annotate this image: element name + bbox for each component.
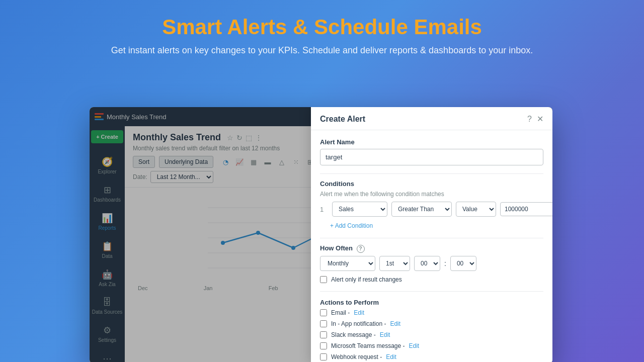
action-row-teams: Microsoft Teams message - Edit	[320, 342, 543, 349]
dialog-body: Alert Name Conditions Alert me when the …	[311, 130, 552, 362]
dialog-header: Create Alert ? ✕	[311, 126, 552, 130]
actions-label: Actions to Perform	[320, 299, 543, 306]
condition-number: 1	[320, 206, 328, 213]
alert-name-input[interactable]	[320, 149, 543, 165]
webhook-label: Webhook request -	[331, 353, 382, 360]
condition-row-1: 1 Sales Revenue Profit Greater Than Less…	[320, 202, 543, 217]
how-often-hour-select[interactable]: 00 01 06 12 18	[414, 256, 440, 271]
in-app-label: In - App notification -	[331, 320, 386, 327]
add-condition-link[interactable]: + Add Condition	[330, 222, 373, 229]
email-label: Email -	[331, 309, 350, 316]
hero-title: Smart Alerts & Schedule Emails	[10, 15, 634, 39]
how-often-day-select[interactable]: 1st 2nd 3rd Last	[379, 256, 410, 271]
alert-name-label: Alert Name	[320, 138, 543, 146]
how-often-frequency-select[interactable]: Monthly Daily Weekly Hourly	[320, 256, 375, 271]
conditions-label: Conditions	[320, 180, 543, 188]
app-body: + Create 🧭 Explorer ⊞ Dashboards 📊 Repor…	[90, 126, 552, 362]
app-window: Monthly Sales Trend 🔍 📅 💬 ❓ × + Create 🧭…	[90, 107, 552, 362]
time-colon: :	[444, 259, 446, 267]
slack-checkbox[interactable]	[320, 331, 327, 338]
actions-group: Actions to Perform Email - Edit In - App…	[320, 299, 543, 360]
alert-only-checkbox[interactable]	[320, 276, 327, 283]
dialog-overlay: Create Alert ? ✕ Alert Name	[90, 126, 552, 362]
slack-edit-link[interactable]: Edit	[380, 331, 390, 338]
conditions-sublabel: Alert me when the following condition ma…	[320, 191, 543, 198]
webhook-edit-link[interactable]: Edit	[386, 353, 396, 360]
divider-1	[320, 173, 543, 174]
divider-3	[320, 291, 543, 292]
in-app-edit-link[interactable]: Edit	[390, 320, 400, 327]
condition-type-select[interactable]: Value Percent	[456, 202, 496, 217]
action-row-in-app: In - App notification - Edit	[320, 320, 543, 327]
hero-subtitle: Get instant alerts on key changes to you…	[10, 45, 634, 56]
action-row-slack: Slack message - Edit	[320, 331, 543, 338]
teams-edit-link[interactable]: Edit	[409, 342, 420, 349]
condition-metric-select[interactable]: Sales Revenue Profit	[332, 202, 387, 217]
create-alert-dialog: Create Alert ? ✕ Alert Name	[311, 126, 552, 362]
action-row-webhook: Webhook request - Edit	[320, 353, 543, 360]
how-often-label: How Often ?	[320, 244, 543, 253]
email-checkbox[interactable]	[320, 309, 327, 316]
divider-2	[320, 238, 543, 238]
how-often-group: How Often ? Monthly Daily Weekly Hourly	[320, 244, 543, 283]
alert-name-group: Alert Name	[320, 138, 543, 165]
how-often-minute-select[interactable]: 00 15 30 45	[450, 256, 476, 271]
how-often-help-icon[interactable]: ?	[357, 245, 365, 253]
in-app-checkbox[interactable]	[320, 320, 327, 327]
webhook-checkbox[interactable]	[320, 353, 327, 360]
teams-label: Microsoft Teams message -	[331, 342, 405, 349]
hero-section: Smart Alerts & Schedule Emails Get insta…	[0, 0, 644, 66]
action-row-email: Email - Edit	[320, 309, 543, 316]
alert-only-row: Alert only if result changes	[320, 276, 543, 283]
alert-only-label: Alert only if result changes	[331, 276, 402, 283]
condition-operator-select[interactable]: Greater Than Less Than Equal To	[391, 202, 452, 217]
email-edit-link[interactable]: Edit	[354, 309, 364, 316]
how-often-row: Monthly Daily Weekly Hourly 1st 2nd 3rd …	[320, 256, 543, 271]
teams-checkbox[interactable]	[320, 342, 327, 349]
slack-label: Slack message -	[331, 331, 376, 338]
conditions-group: Conditions Alert me when the following c…	[320, 180, 543, 230]
condition-value-input[interactable]	[500, 202, 552, 216]
